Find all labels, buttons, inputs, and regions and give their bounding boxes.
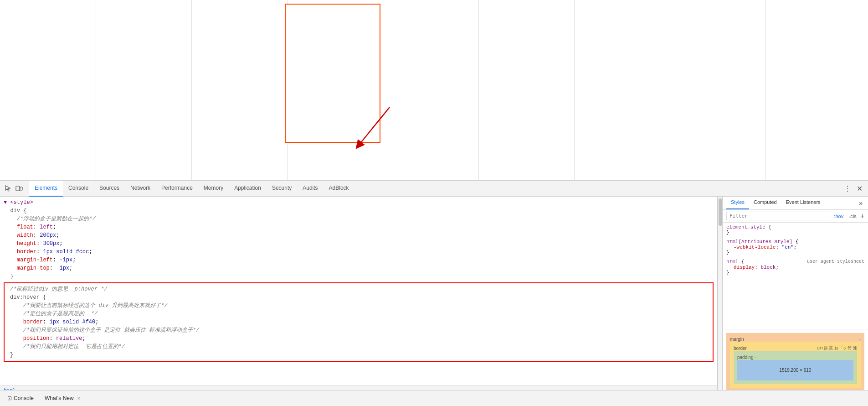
toolbar-right: ⋮ ✕ xyxy=(844,182,864,195)
box-model-border-row: border CH 拼 英 お゛ッ 简 速 xyxy=(734,345,857,351)
code-line: position: relative; xyxy=(6,334,711,343)
tab-application[interactable]: Application xyxy=(229,181,267,197)
code-line: margin-left: -1px; xyxy=(0,256,717,264)
tab-styles[interactable]: Styles xyxy=(726,197,749,209)
cls-button[interactable]: .cls xyxy=(847,213,858,219)
code-line: div:hover { xyxy=(6,293,711,302)
grid-line xyxy=(96,0,96,180)
devtools-main: ▼ <style> div { /*浮动的盒子是紧贴在一起的*/ float: … xyxy=(0,197,868,395)
box-model-border: border CH 拼 英 お゛ッ 简 速 padding - - 1519.2… xyxy=(730,342,861,388)
console-icon: ⊡ xyxy=(7,395,12,401)
style-rule-html-ua: html { user agent stylesheet display: bl… xyxy=(726,259,864,276)
styles-filter-input[interactable] xyxy=(726,212,830,220)
tab-sources[interactable]: Sources xyxy=(94,181,125,197)
close-devtools-button[interactable]: ✕ xyxy=(855,182,864,195)
tab-elements[interactable]: Elements xyxy=(29,181,63,197)
code-line: border: 1px solid #ccc; xyxy=(0,248,717,256)
code-line: /*我们只要保证当前的这个盒子 是定位 就会压住 标准流和浮动盒子*/ xyxy=(6,326,711,334)
svg-line-1 xyxy=(360,107,390,144)
rule-close: } xyxy=(726,230,864,235)
code-line: /*定位的盒子是最高层的 */ xyxy=(6,310,711,318)
rule-property: display: block; xyxy=(726,265,864,270)
bottom-tab-console[interactable]: ⊡ Console xyxy=(4,393,37,403)
code-line: /*我们只能用相对定位 它是占位置的*/ xyxy=(6,343,711,351)
bottom-tab-whats-new[interactable]: What's New × xyxy=(41,393,84,403)
code-line: margin-top: -1px; xyxy=(0,264,717,272)
tab-memory[interactable]: Memory xyxy=(198,181,229,197)
tab-audits[interactable]: Audits xyxy=(297,181,323,197)
devtools-toolbar: Elements Console Sources Network Perform… xyxy=(0,181,868,197)
box-model-content: - 1519.200 × 610 - xyxy=(737,360,853,380)
code-line: /*鼠标经过div 的意思 p:hover */ xyxy=(6,285,711,293)
svg-rect-2 xyxy=(16,186,20,191)
tab-computed[interactable]: Computed xyxy=(749,197,781,209)
code-line: float: left; xyxy=(0,223,717,231)
style-rule-html-attrs: html[Attributes Style] { -webkit-locale:… xyxy=(726,239,864,255)
tab-console[interactable]: Console xyxy=(63,181,94,197)
styles-panel: Styles Computed Event Listeners » :hov .… xyxy=(722,197,868,395)
add-style-button[interactable]: + xyxy=(860,212,864,220)
styles-filter-row: :hov .cls + xyxy=(723,210,868,223)
box-model-padding-label: padding - xyxy=(737,355,853,360)
code-line: width: 200px; xyxy=(0,231,717,239)
box-model-content-size-top: - xyxy=(740,363,851,368)
grid-line xyxy=(765,0,766,180)
tab-network[interactable]: Network xyxy=(125,181,156,197)
whats-new-close-icon[interactable]: × xyxy=(77,396,80,401)
highlighted-code-block: /*鼠标经过div 的意思 p:hover */ div:hover { /*我… xyxy=(4,282,714,362)
devtools-panel: Elements Console Sources Network Perform… xyxy=(0,180,868,406)
style-rule-element: element.style { } xyxy=(726,224,864,235)
styles-content: element.style { } html[Attributes Style]… xyxy=(723,223,868,329)
box-model-margin-row: margin - xyxy=(730,337,861,342)
code-line: } xyxy=(0,272,717,281)
console-tab-label: Console xyxy=(14,395,34,401)
scrollbar-thumb[interactable] xyxy=(719,198,722,226)
elements-scrollbar[interactable] xyxy=(718,197,722,395)
code-line: /*我要让当前鼠标经过的这个 div 升到最高处来就好了*/ xyxy=(6,302,711,310)
grid-line xyxy=(478,0,479,180)
rule-selector-row: html { user agent stylesheet xyxy=(726,259,864,265)
box-model-dimensions: 1519.200 × 610 xyxy=(740,368,851,373)
code-line: /*浮动的盒子是紧贴在一起的*/ xyxy=(0,215,717,223)
rule-selector: element.style { xyxy=(726,224,864,230)
tab-adblock[interactable]: AdBlock xyxy=(324,181,354,197)
tab-performance[interactable]: Performance xyxy=(156,181,198,197)
browser-viewport xyxy=(0,0,868,180)
hov-button[interactable]: :hov xyxy=(832,213,845,219)
box-model-content-size-bottom: - xyxy=(740,373,851,378)
tab-event-listeners[interactable]: Event Listeners xyxy=(781,197,825,209)
styles-tabs-more-icon[interactable]: » xyxy=(857,197,864,209)
grid-line xyxy=(670,0,670,180)
code-line: div { xyxy=(0,207,717,215)
more-options-icon[interactable]: ⋮ xyxy=(844,184,851,193)
devtools-tabs: Elements Console Sources Network Perform… xyxy=(29,181,844,197)
grid-line xyxy=(191,0,192,180)
code-line: } xyxy=(6,351,711,359)
rule-close: } xyxy=(726,270,864,276)
box-model-section: margin - border CH 拼 英 お゛ッ 简 速 padding - xyxy=(723,329,868,395)
styles-tabs: Styles Computed Event Listeners » xyxy=(723,197,868,210)
inspect-icon[interactable] xyxy=(4,184,13,193)
elements-panel[interactable]: ▼ <style> div { /*浮动的盒子是紧贴在一起的*/ float: … xyxy=(0,197,718,395)
grid-line xyxy=(574,0,575,180)
svg-rect-3 xyxy=(20,187,22,190)
box-model-padding: padding - - 1519.200 × 610 - xyxy=(734,351,857,384)
box-model-margin: margin - border CH 拼 英 お゛ッ 简 速 padding - xyxy=(726,333,864,391)
rule-property: -webkit-locale: "en"; xyxy=(726,245,864,250)
code-line: ▼ <style> xyxy=(0,198,717,207)
rule-selector: html[Attributes Style] { xyxy=(726,239,864,245)
code-line: height: 300px; xyxy=(0,239,717,248)
bottom-tab-bar: ⊡ Console What's New × xyxy=(0,390,868,406)
device-toggle-icon[interactable] xyxy=(15,184,24,193)
whats-new-label: What's New xyxy=(45,395,74,401)
rule-close: } xyxy=(726,250,864,255)
code-line: border: 1px solid #f40; xyxy=(6,318,711,326)
toolbar-icons xyxy=(4,184,24,193)
tab-security[interactable]: Security xyxy=(267,181,297,197)
